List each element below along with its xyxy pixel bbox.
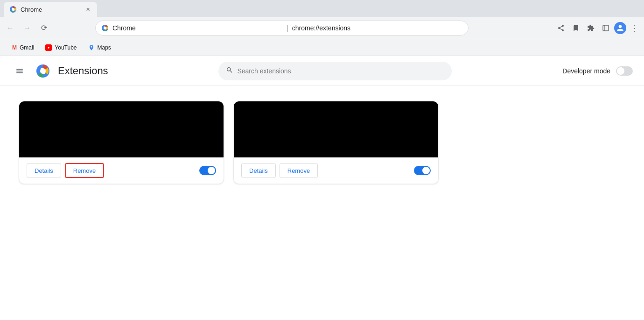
browser-chrome: Chrome ✕ ← → ⟳ Chrome | chrome://extensi…	[0, 0, 644, 56]
extension-footer-2: Details Remove	[234, 157, 438, 184]
tab-favicon	[9, 6, 17, 13]
address-bar-favicon	[101, 24, 109, 32]
hamburger-menu-button[interactable]	[11, 63, 28, 79]
bookmark-youtube-label: YouTube	[55, 44, 77, 51]
address-separator: |	[287, 24, 288, 32]
address-url: chrome://extensions	[292, 24, 462, 32]
share-button[interactable]	[554, 21, 567, 35]
search-bar-wrapper	[116, 62, 555, 80]
extension-image-2	[234, 101, 438, 157]
tab-title: Chrome	[21, 6, 42, 13]
remove-button-1[interactable]: Remove	[65, 163, 104, 178]
search-bar[interactable]	[218, 62, 452, 80]
toolbar-icons: ⋮	[554, 21, 640, 35]
kebab-menu-button[interactable]: ⋮	[628, 21, 640, 35]
forward-button[interactable]: →	[21, 21, 34, 35]
extension-toggle-1[interactable]	[199, 166, 216, 175]
developer-mode-toggle[interactable]	[616, 66, 633, 76]
search-icon	[226, 66, 233, 76]
extension-footer-1: Details Remove	[19, 157, 224, 184]
page-title: Extensions	[58, 65, 108, 77]
extension-card-1: Details Remove	[19, 101, 224, 184]
svg-point-5	[104, 27, 106, 29]
chrome-logo	[35, 64, 50, 78]
extensions-grid: Details Remove Details Remove	[0, 86, 644, 199]
tab-close-button[interactable]: ✕	[84, 6, 91, 13]
bookmark-gmail-label: Gmail	[20, 44, 34, 51]
bookmark-maps-label: Maps	[98, 44, 111, 51]
extension-card-2: Details Remove	[233, 101, 439, 184]
tab-bar: Chrome ✕	[0, 0, 644, 17]
svg-point-12	[40, 68, 46, 74]
search-input[interactable]	[237, 67, 444, 75]
extension-toggle-2[interactable]	[414, 166, 431, 175]
developer-mode-label: Developer mode	[562, 67, 610, 75]
back-button[interactable]: ←	[4, 21, 17, 35]
address-bar[interactable]: Chrome | chrome://extensions	[95, 21, 469, 36]
reload-button[interactable]: ⟳	[37, 21, 50, 35]
svg-point-2	[12, 8, 14, 11]
avatar[interactable]	[614, 22, 626, 34]
details-button-2[interactable]: Details	[241, 163, 276, 178]
remove-button-2[interactable]: Remove	[280, 163, 318, 178]
bookmark-youtube[interactable]: YouTube	[41, 43, 81, 53]
active-tab[interactable]: Chrome ✕	[4, 2, 97, 17]
bookmark-gmail[interactable]: M Gmail	[7, 43, 39, 53]
gmail-favicon: M	[12, 44, 17, 51]
bookmarks-bar: M Gmail YouTube Maps	[0, 39, 644, 56]
extensions-button[interactable]	[584, 21, 597, 35]
bookmark-maps[interactable]: Maps	[84, 43, 116, 53]
bookmark-button[interactable]	[569, 21, 582, 35]
extensions-header: Extensions Developer mode	[0, 56, 644, 86]
details-button-1[interactable]: Details	[27, 163, 61, 178]
developer-mode-wrapper: Developer mode	[562, 66, 633, 76]
site-name: Chrome	[112, 24, 283, 32]
page-content: Extensions Developer mode Details Remo	[0, 56, 644, 320]
extension-image-1	[19, 101, 224, 157]
address-bar-row: ← → ⟳ Chrome | chrome://extensions	[0, 17, 644, 39]
maps-favicon	[88, 44, 95, 51]
sidebar-button[interactable]	[599, 21, 612, 35]
youtube-favicon	[45, 44, 52, 51]
svg-rect-6	[603, 25, 609, 31]
